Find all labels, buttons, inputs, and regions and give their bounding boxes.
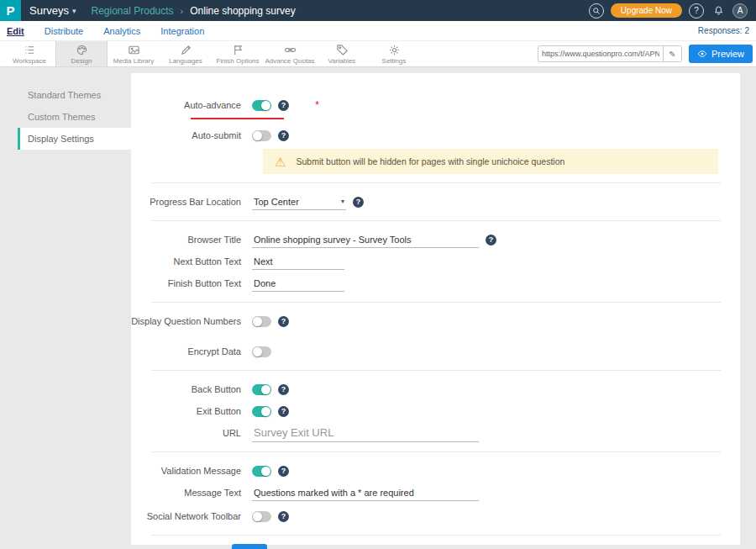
help-icon[interactable]: ? [486, 235, 496, 245]
browser-title-label: Browser Title [131, 235, 252, 245]
variables-tag-icon [336, 44, 349, 56]
toolbar-label: Design [71, 57, 92, 65]
auto-advance-label: Auto-advance [131, 100, 252, 110]
divider [151, 220, 721, 221]
toolbar-item-design[interactable]: Design [55, 41, 108, 66]
help-icon[interactable]: ? [278, 100, 289, 111]
toolbar-label: Settings [382, 57, 407, 65]
finish-button-text-input[interactable] [252, 276, 344, 292]
validation-message-toggle[interactable] [252, 466, 271, 477]
toggle-knob [261, 467, 270, 476]
back-button-row: Back Button ? [131, 379, 740, 399]
sidebar-item-custom-themes[interactable]: Custom Themes [18, 106, 131, 128]
help-icon[interactable]: ? [278, 466, 289, 477]
auto-submit-warning: ⚠ Submit button will be hidden for pages… [263, 149, 718, 174]
help-icon[interactable]: ? [278, 511, 289, 522]
responses-count[interactable]: Responses: 2 [698, 26, 749, 35]
divider [151, 370, 721, 371]
finish-options-icon [232, 44, 244, 56]
help-icon[interactable]: ? [278, 406, 289, 417]
toggle-knob [253, 347, 262, 356]
auto-submit-row: Auto-submit ? [131, 125, 740, 145]
breadcrumb: Regional Products › Online shopping surv… [88, 5, 296, 17]
save-button[interactable]: Save [232, 544, 267, 549]
help-icon[interactable]: ? [278, 316, 289, 327]
design-toolbar: Workspace Design Media Library Languages… [0, 40, 756, 67]
edit-url-pencil-icon[interactable]: ✎ [663, 46, 681, 61]
exit-button-toggle[interactable] [252, 406, 271, 417]
sidebar-item-display-settings[interactable]: Display Settings [18, 128, 131, 150]
help-icon[interactable]: ? [278, 384, 289, 395]
toolbar-label: Workspace [13, 57, 46, 65]
message-text-input[interactable] [252, 485, 479, 501]
themes-sidebar: Standard Themes Custom Themes Display Se… [18, 73, 131, 545]
social-network-toolbar-row: Social Network Toolbar ? [131, 506, 740, 526]
toggle-knob [253, 317, 262, 326]
tab-edit[interactable]: Edit [7, 26, 24, 36]
surveys-label: Surveys [29, 4, 69, 17]
media-library-icon [128, 44, 140, 56]
divider [151, 302, 721, 303]
exit-url-row: URL [131, 423, 740, 443]
survey-url-input[interactable] [538, 50, 663, 58]
preview-label: Preview [711, 49, 744, 59]
next-button-text-input[interactable] [252, 254, 344, 270]
exit-url-label: URL [131, 428, 252, 438]
toolbar-item-variables[interactable]: Variables [316, 41, 368, 66]
encrypt-data-toggle[interactable] [252, 346, 271, 357]
browser-title-row: Browser Title ? [131, 230, 740, 250]
upgrade-now-button[interactable]: Upgrade Now [611, 3, 682, 18]
divider [151, 451, 721, 452]
surveys-menu[interactable]: Surveys ▾ [21, 0, 88, 21]
toolbar-item-finish-options[interactable]: Finish Options [212, 41, 264, 66]
display-question-numbers-toggle[interactable] [252, 316, 271, 327]
exit-button-label: Exit Button [131, 406, 252, 416]
display-settings-panel: * Auto-advance ? Auto-submit ? ⚠ Submit … [131, 73, 740, 545]
next-button-text-label: Next Button Text [131, 256, 252, 267]
tab-analytics[interactable]: Analytics [103, 26, 140, 36]
notifications-bell-icon[interactable] [711, 3, 726, 18]
validation-message-label: Validation Message [131, 466, 252, 476]
search-icon[interactable] [589, 3, 604, 18]
sidebar-item-standard-themes[interactable]: Standard Themes [18, 84, 131, 106]
exit-url-input[interactable] [252, 424, 479, 442]
breadcrumb-page-title: Online shopping survey [190, 5, 295, 17]
app-logo[interactable]: P [0, 0, 21, 21]
preview-button[interactable]: Preview [689, 45, 753, 63]
toolbar-right: ✎ Preview [538, 41, 756, 66]
help-icon[interactable]: ? [353, 197, 364, 208]
tab-integration[interactable]: Integration [160, 26, 204, 36]
avatar[interactable]: A [732, 3, 748, 18]
finish-button-text-row: Finish Button Text [131, 273, 740, 293]
message-text-label: Message Text [131, 488, 252, 498]
advance-quotas-icon [284, 44, 297, 56]
progress-bar-location-row: Progress Bar Location Top Center ▾ ? [131, 192, 740, 212]
tab-distribute[interactable]: Distribute [45, 26, 83, 36]
toolbar-label: Languages [169, 57, 202, 65]
toolbar-item-languages[interactable]: Languages [160, 41, 212, 66]
breadcrumb-product[interactable]: Regional Products [92, 5, 174, 17]
browser-title-input[interactable] [252, 232, 479, 248]
toolbar-label: Advance Quotas [265, 57, 314, 65]
content-area: Standard Themes Custom Themes Display Se… [0, 67, 756, 545]
toolbar-item-settings[interactable]: Settings [368, 41, 420, 66]
auto-advance-row: Auto-advance ? [131, 95, 740, 115]
validation-message-row: Validation Message ? [131, 461, 740, 481]
progress-bar-location-select[interactable]: Top Center ▾ [252, 194, 346, 210]
selected-option: Top Center [254, 197, 299, 207]
toolbar-item-workspace[interactable]: Workspace [3, 41, 55, 66]
toolbar-item-media-library[interactable]: Media Library [108, 41, 160, 66]
auto-submit-toggle[interactable] [252, 130, 271, 141]
workspace-icon [24, 44, 36, 56]
chevron-down-icon: ▾ [341, 198, 344, 205]
help-circle-icon[interactable]: ? [689, 3, 704, 18]
exit-button-row: Exit Button ? [131, 401, 740, 421]
top-bar: P Surveys ▾ Regional Products › Online s… [0, 0, 756, 21]
topbar-actions: Upgrade Now ? A [589, 3, 756, 18]
auto-advance-toggle[interactable] [252, 100, 271, 111]
help-icon[interactable]: ? [278, 130, 289, 141]
toolbar-item-advance-quotas[interactable]: Advance Quotas [264, 41, 316, 66]
social-network-toolbar-toggle[interactable] [252, 511, 271, 522]
back-button-toggle[interactable] [252, 384, 271, 395]
annotation-red-asterisk: * [315, 98, 319, 111]
